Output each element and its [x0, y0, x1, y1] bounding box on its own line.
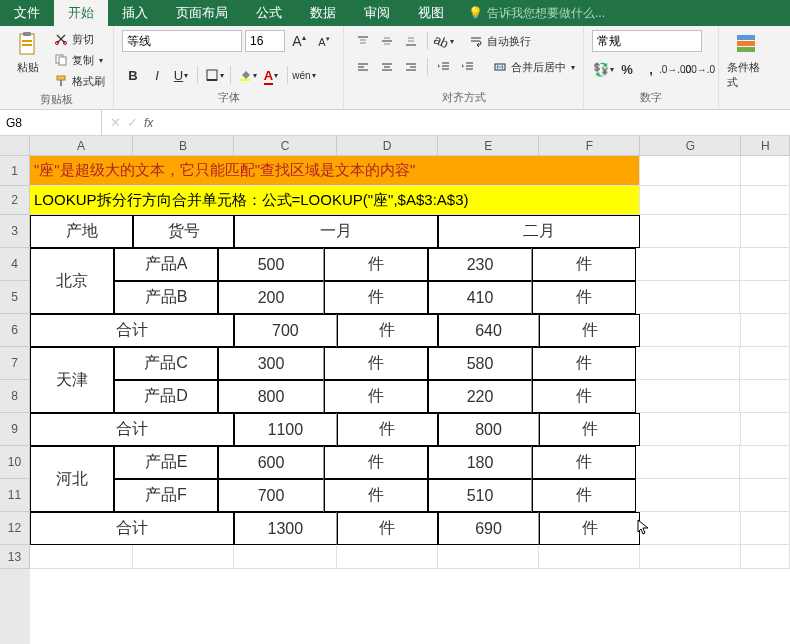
cell[interactable]: 件: [539, 413, 640, 446]
cell[interactable]: [640, 512, 741, 545]
font-color-button[interactable]: A▾: [260, 64, 282, 86]
select-all-corner[interactable]: [0, 136, 30, 156]
align-left-button[interactable]: [352, 56, 374, 78]
cell[interactable]: 件: [337, 314, 438, 347]
cell[interactable]: [640, 156, 741, 186]
cell[interactable]: [640, 314, 741, 347]
currency-button[interactable]: 💱▾: [592, 58, 614, 80]
cell[interactable]: 700: [218, 479, 324, 512]
decrease-font-button[interactable]: A▾: [313, 30, 335, 52]
row-header[interactable]: 10: [0, 446, 30, 479]
decrease-indent-button[interactable]: [433, 56, 455, 78]
align-center-button[interactable]: [376, 56, 398, 78]
row-header[interactable]: 4: [0, 248, 30, 281]
tab-formulas[interactable]: 公式: [242, 0, 296, 26]
row-header[interactable]: 8: [0, 380, 30, 413]
cell[interactable]: 件: [324, 248, 428, 281]
row-header[interactable]: 3: [0, 215, 30, 248]
decrease-decimal-button[interactable]: .00→.0: [688, 58, 710, 80]
cell[interactable]: 件: [337, 413, 438, 446]
cell[interactable]: LOOKUP拆分行方向合并单元格：公式=LOOKUP("座",$A$3:A$3): [30, 186, 640, 215]
formula-bar[interactable]: [161, 110, 790, 135]
cell[interactable]: 合计: [30, 512, 234, 545]
cell[interactable]: 件: [532, 479, 636, 512]
align-bottom-button[interactable]: [400, 30, 422, 52]
cell[interactable]: 北京: [30, 248, 114, 314]
cell[interactable]: 580: [428, 347, 532, 380]
cut-button[interactable]: 剪切: [54, 30, 105, 48]
cell[interactable]: [234, 545, 337, 569]
format-painter-button[interactable]: 格式刷: [54, 72, 105, 90]
cell[interactable]: 货号: [133, 215, 234, 248]
cell[interactable]: 件: [539, 512, 640, 545]
phonetic-button[interactable]: wén▾: [293, 64, 315, 86]
row-header[interactable]: 13: [0, 545, 30, 569]
tab-review[interactable]: 审阅: [350, 0, 404, 26]
col-header[interactable]: A: [30, 136, 133, 156]
cell[interactable]: [741, 413, 790, 446]
col-header[interactable]: G: [640, 136, 741, 156]
cell[interactable]: 1100: [234, 413, 337, 446]
wrap-text-button[interactable]: 自动换行: [469, 32, 531, 50]
cell[interactable]: 690: [438, 512, 539, 545]
cell[interactable]: [740, 281, 790, 314]
tab-layout[interactable]: 页面布局: [162, 0, 242, 26]
cell[interactable]: [741, 156, 790, 186]
cell[interactable]: 220: [428, 380, 532, 413]
cell[interactable]: [740, 248, 790, 281]
cell[interactable]: 件: [337, 512, 438, 545]
fill-color-button[interactable]: ▾: [236, 64, 258, 86]
percent-button[interactable]: %: [616, 58, 638, 80]
cell[interactable]: 640: [438, 314, 539, 347]
cell[interactable]: [636, 347, 740, 380]
cell[interactable]: [539, 545, 640, 569]
cell[interactable]: [740, 380, 790, 413]
cell[interactable]: 件: [324, 380, 428, 413]
orientation-button[interactable]: ab▾: [433, 30, 455, 52]
cell[interactable]: 产品D: [114, 380, 218, 413]
cell[interactable]: 1300: [234, 512, 337, 545]
cell[interactable]: 一月: [234, 215, 438, 248]
cell[interactable]: 件: [324, 446, 428, 479]
bold-button[interactable]: B: [122, 64, 144, 86]
cell[interactable]: [640, 215, 741, 248]
cell[interactable]: 件: [539, 314, 640, 347]
col-header[interactable]: E: [438, 136, 539, 156]
cell[interactable]: [741, 545, 790, 569]
row-header[interactable]: 5: [0, 281, 30, 314]
cell[interactable]: [640, 186, 741, 215]
cell[interactable]: 800: [218, 380, 324, 413]
cell[interactable]: 510: [428, 479, 532, 512]
cell[interactable]: 产品B: [114, 281, 218, 314]
cell[interactable]: 410: [428, 281, 532, 314]
cell[interactable]: 件: [532, 281, 636, 314]
row-header[interactable]: 12: [0, 512, 30, 545]
cell[interactable]: 件: [324, 347, 428, 380]
conditional-format-button[interactable]: 条件格式: [727, 30, 767, 90]
cell[interactable]: [636, 380, 740, 413]
row-header[interactable]: 6: [0, 314, 30, 347]
italic-button[interactable]: I: [146, 64, 168, 86]
increase-indent-button[interactable]: [457, 56, 479, 78]
col-header[interactable]: C: [234, 136, 337, 156]
enter-icon[interactable]: ✓: [127, 115, 138, 130]
cell[interactable]: [740, 479, 790, 512]
row-header[interactable]: 9: [0, 413, 30, 446]
tab-file[interactable]: 文件: [0, 0, 54, 26]
cell[interactable]: 件: [324, 281, 428, 314]
cell[interactable]: 产地: [30, 215, 133, 248]
cell[interactable]: [741, 186, 790, 215]
row-header[interactable]: 11: [0, 479, 30, 512]
cell[interactable]: 产品E: [114, 446, 218, 479]
cell[interactable]: 产品C: [114, 347, 218, 380]
increase-font-button[interactable]: A▴: [288, 30, 310, 52]
cell[interactable]: 230: [428, 248, 532, 281]
number-format-select[interactable]: [592, 30, 702, 52]
cell[interactable]: [438, 545, 539, 569]
cell[interactable]: 产品A: [114, 248, 218, 281]
cell[interactable]: [636, 479, 740, 512]
cell[interactable]: 700: [234, 314, 337, 347]
cell[interactable]: [740, 347, 790, 380]
cell[interactable]: [30, 545, 133, 569]
cell[interactable]: [740, 446, 790, 479]
